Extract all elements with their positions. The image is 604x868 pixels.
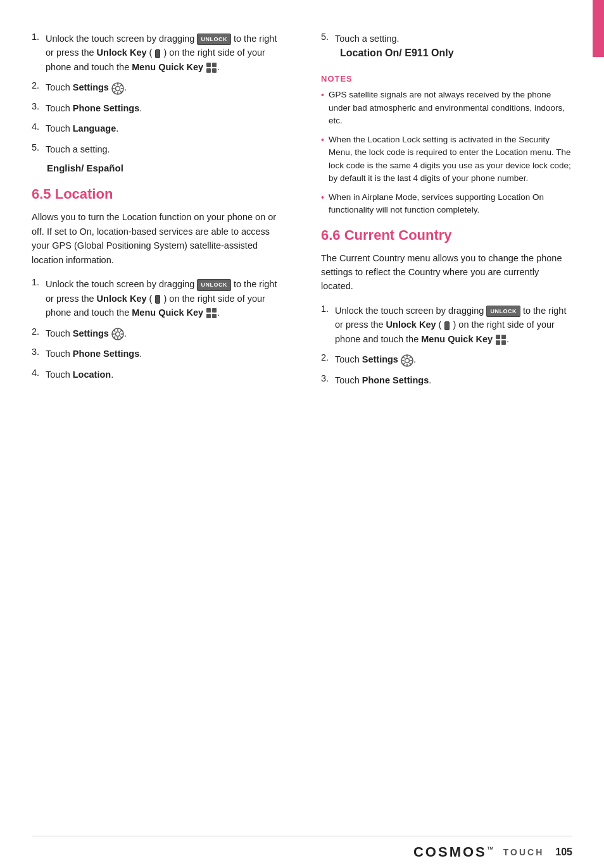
step-text: Touch Phone Settings.: [46, 347, 283, 361]
step-text: Touch Settings: [46, 80, 283, 94]
step-text: Unlock the touch screen by dragging UNLO…: [335, 304, 572, 346]
section-65-heading: 6.5 Location: [32, 186, 283, 202]
step-1-intro: 1. Unlock the touch screen by dragging U…: [32, 32, 283, 74]
svg-rect-28: [496, 335, 500, 339]
settings-icon: [401, 354, 413, 367]
svg-rect-3: [212, 68, 217, 73]
svg-line-13: [114, 90, 116, 92]
section-65-step-3: 3. Touch Phone Settings.: [32, 347, 283, 361]
svg-point-5: [115, 86, 120, 90]
svg-line-38: [403, 356, 405, 358]
step-text: Unlock the touch screen by dragging UNLO…: [46, 277, 283, 319]
step-text: Touch a setting.: [46, 142, 283, 156]
step-text: Touch Phone Settings.: [46, 101, 283, 115]
notes-heading: NOTES: [321, 74, 572, 84]
step-text: Touch Language.: [46, 121, 283, 135]
footer-page: 105: [555, 846, 572, 858]
step-num: 1.: [32, 277, 46, 287]
svg-line-39: [410, 363, 412, 364]
svg-line-11: [120, 90, 122, 92]
footer-product: TOUCH: [503, 847, 544, 857]
svg-line-26: [120, 330, 122, 332]
left-column: 1. Unlock the touch screen by dragging U…: [32, 32, 296, 817]
unlock-icon: UNLOCK: [486, 306, 520, 318]
section-66-heading: 6.6 Current Country: [321, 227, 572, 244]
svg-rect-29: [501, 335, 506, 339]
right-step-5: 5. Touch a setting. Location On/ E911 On…: [321, 32, 572, 61]
footer: COSMOS™ TOUCH 105: [0, 836, 604, 868]
step-5-intro: 5. Touch a setting.: [32, 142, 283, 156]
notes-section: NOTES GPS satellite signals are not alwa…: [321, 74, 572, 216]
page: 1. Unlock the touch screen by dragging U…: [0, 0, 604, 868]
step-text: Touch Settings: [335, 352, 572, 366]
step-num: 3.: [32, 101, 46, 111]
unlock-key-icon: [155, 49, 160, 58]
svg-rect-0: [206, 63, 211, 67]
setting-text: English/ Español: [47, 163, 123, 173]
svg-rect-1: [212, 63, 217, 67]
intro-steps: 1. Unlock the touch screen by dragging U…: [32, 32, 283, 173]
section-65-step-1: 1. Unlock the touch screen by dragging U…: [32, 277, 283, 319]
step-4-intro: 4. Touch Language.: [32, 121, 283, 135]
unlock-key-icon: [444, 321, 450, 330]
svg-line-12: [120, 84, 122, 86]
step-num: 3.: [321, 373, 335, 383]
unlock-key-icon: [155, 295, 160, 304]
step-num: 5.: [32, 142, 46, 152]
step-text: Unlock the touch screen by dragging UNLO…: [46, 32, 283, 74]
footer-logo: COSMOS™: [413, 844, 496, 860]
svg-line-40: [410, 356, 412, 358]
setting-value: English/ Español: [47, 163, 283, 173]
note-item-3: When in Airplane Mode, services supporti…: [321, 191, 572, 217]
step-text: Touch Location.: [46, 368, 283, 381]
svg-rect-31: [501, 340, 506, 345]
svg-rect-30: [496, 340, 500, 345]
svg-line-27: [114, 337, 116, 338]
unlock-icon: UNLOCK: [197, 34, 231, 46]
step-num: 3.: [32, 347, 46, 357]
notes-list: GPS satellite signals are not always rec…: [321, 89, 572, 216]
step-num: 2.: [321, 352, 335, 363]
step-2-intro: 2. Touch Settings: [32, 80, 283, 94]
note-item-2: When the Location Lock setting is activa…: [321, 133, 572, 185]
section-65-desc: Allows you to turn the Location function…: [32, 210, 283, 267]
section-66-step-1: 1. Unlock the touch screen by dragging U…: [321, 304, 572, 346]
step-num: 1.: [321, 304, 335, 314]
step-3-intro: 3. Touch Phone Settings.: [32, 101, 283, 115]
menu-quick-key-icon: [206, 62, 217, 73]
section-66-desc: The Current Country menu allows you to c…: [321, 251, 572, 294]
pink-tab: [593, 0, 604, 57]
svg-line-25: [120, 337, 122, 338]
content-area: 1. Unlock the touch screen by dragging U…: [0, 0, 604, 836]
step-num: 1.: [32, 32, 46, 42]
settings-icon: [111, 328, 124, 340]
step-num: 4.: [32, 368, 46, 378]
step-num: 5.: [321, 32, 335, 42]
section-65-step-2: 2. Touch Settings: [32, 326, 283, 340]
note-item-1: GPS satellite signals are not always rec…: [321, 89, 572, 127]
step-text: Touch Phone Settings.: [335, 373, 572, 387]
step-num: 2.: [32, 80, 46, 90]
section-65-step-4: 4. Touch Location.: [32, 368, 283, 381]
section-66-step-2: 2. Touch Settings: [321, 352, 572, 366]
svg-line-41: [403, 363, 405, 364]
step-text: Touch Settings: [46, 326, 283, 340]
svg-point-33: [405, 358, 409, 363]
svg-rect-2: [206, 68, 211, 73]
svg-line-24: [114, 330, 116, 332]
svg-rect-14: [206, 308, 211, 313]
unlock-icon: UNLOCK: [197, 279, 231, 291]
step-num: 4.: [32, 121, 46, 132]
svg-rect-16: [206, 314, 211, 318]
setting-value-65: Location On/ E911 Only: [340, 47, 454, 58]
step-text: Touch a setting. Location On/ E911 Only: [335, 32, 572, 61]
svg-rect-17: [212, 314, 217, 318]
section-66: 6.6 Current Country The Current Country …: [321, 227, 572, 388]
section-65: 6.5 Location Allows you to turn the Loca…: [32, 186, 283, 381]
section-66-step-3: 3. Touch Phone Settings.: [321, 373, 572, 387]
svg-rect-15: [212, 308, 217, 313]
settings-icon: [111, 82, 124, 95]
svg-point-19: [115, 332, 120, 336]
svg-line-10: [114, 84, 116, 86]
right-column: 5. Touch a setting. Location On/ E911 On…: [315, 32, 572, 817]
